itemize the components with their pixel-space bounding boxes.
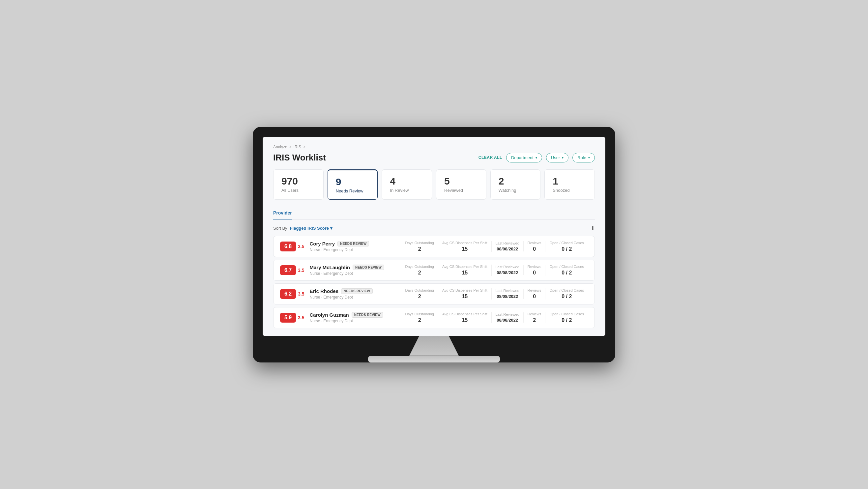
avgcs-val-1: 15 [442,246,487,252]
avgcs-val-2: 15 [442,270,487,276]
provider-name-4: Carolyn Guzman [309,312,349,318]
metric-avgcs-4: Avg CS Dispenses Per Shift 15 [438,312,492,323]
table-row[interactable]: 6.8 3.5 Cory Perry NEEDS REVIEW Nurse · … [273,236,595,257]
metric-openclosed-3: Open / Closed Cases 0 / 2 [546,288,588,300]
metric-avgcs-3: Avg CS Dispenses Per Shift 15 [438,288,492,300]
sort-chevron-icon: ▾ [330,226,333,231]
openclosed-val-2: 0 / 2 [549,270,584,276]
col-header-days-4: Days Outstanding [405,312,434,316]
provider-info-2: Mary McLaughlin NEEDS REVIEW Nurse · Eme… [309,265,396,276]
table-row[interactable]: 6.7 3.5 Mary McLaughlin NEEDS REVIEW Nur… [273,259,595,281]
role-chevron-icon: ▾ [588,156,590,159]
stat-card-watching[interactable]: 2 Watching [490,170,541,200]
tab-provider[interactable]: Provider [273,208,292,219]
stat-number-snoozed: 1 [553,176,587,186]
provider-name-3: Eric Rhodes [309,288,338,294]
col-header-openclosed-2: Open / Closed Cases [549,265,584,269]
metric-lastreview-4: Last Reviewed 08/08/2022 [492,312,524,323]
stat-number-in-review: 4 [390,176,424,186]
openclosed-val-4: 0 / 2 [549,317,584,323]
metric-lastreview-3: Last Reviewed 08/08/2022 [492,289,524,299]
provider-name-1: Cory Perry [309,241,335,246]
score-badges-4: 5.9 3.5 [280,313,304,323]
sort-value-text: Flagged IRIS Score [290,226,329,231]
col-header-lastreview: Last Reviewed [496,241,519,245]
days-val-2: 2 [405,270,434,276]
status-badge-3: NEEDS REVIEW [341,288,373,294]
breadcrumb: Analyze > IRIS > [273,145,595,149]
metric-openclosed-1: Open / Closed Cases 0 / 2 [546,241,588,252]
user-filter-button[interactable]: User ▾ [546,153,568,162]
download-button[interactable]: ⬇ [591,225,595,231]
reviews-val-3: 0 [528,294,541,300]
table-row[interactable]: 5.9 3.5 Carolyn Guzman NEEDS REVIEW Nurs… [273,307,595,328]
header-controls: CLEAR ALL Department ▾ User ▾ Role ▾ [478,153,595,162]
breadcrumb-iris[interactable]: IRIS [293,145,301,149]
stat-label-snoozed: Snoozed [553,188,587,193]
metric-reviews-4: Reviews 2 [524,312,546,323]
avgcs-val-3: 15 [442,294,487,300]
col-header-lastreview-3: Last Reviewed [496,289,519,293]
stat-card-reviewed[interactable]: 5 Reviewed [436,170,486,200]
provider-sub-3: Nurse · Emergency Dept [309,295,396,300]
stat-card-needs-review[interactable]: 9 Needs Review [328,170,378,200]
col-header-avgcs: Avg CS Dispenses Per Shift [442,241,487,245]
provider-info-1: Cory Perry NEEDS REVIEW Nurse · Emergenc… [309,241,396,252]
stats-row: 970 All Users 9 Needs Review 4 In Review… [273,170,595,200]
openclosed-val-3: 0 / 2 [549,294,584,300]
user-label: User [551,155,560,160]
provider-info-4: Carolyn Guzman NEEDS REVIEW Nurse · Emer… [309,312,396,323]
provider-info-3: Eric Rhodes NEEDS REVIEW Nurse · Emergen… [309,288,396,300]
provider-name-row-4: Carolyn Guzman NEEDS REVIEW [309,312,396,318]
breadcrumb-analyze[interactable]: Analyze [273,145,287,149]
page-header: IRIS Worklist CLEAR ALL Department ▾ Use… [273,153,595,163]
metric-days-4: Days Outstanding 2 [401,312,438,323]
download-icon: ⬇ [591,225,595,231]
monitor-outer: Analyze > IRIS > IRIS Worklist CLEAR ALL… [253,127,615,363]
stat-card-snoozed[interactable]: 1 Snoozed [545,170,595,200]
days-val-4: 2 [405,317,434,323]
provider-list: 6.8 3.5 Cory Perry NEEDS REVIEW Nurse · … [273,236,595,328]
stat-card-in-review[interactable]: 4 In Review [382,170,432,200]
score-secondary-4: 3.5 [298,315,304,320]
stat-card-all-users[interactable]: 970 All Users [273,170,323,200]
col-header-reviews-3: Reviews [528,288,541,292]
breadcrumb-sep2: > [303,145,306,149]
metric-last-reviewed-1: Last Reviewed 08/08/2022 [492,241,524,251]
reviews-val-2: 0 [528,270,541,276]
status-badge-4: NEEDS REVIEW [352,312,383,318]
metric-reviews-2: Reviews 0 [524,265,546,276]
role-label: Role [577,155,586,160]
score-secondary-1: 3.5 [298,244,304,249]
breadcrumb-sep1: > [289,145,292,149]
provider-name-row-3: Eric Rhodes NEEDS REVIEW [309,288,396,294]
stat-number-needs-review: 9 [336,176,370,187]
reviews-val-4: 2 [528,317,541,323]
reviews-val-1: 0 [528,246,541,252]
score-badges-1: 6.8 3.5 [280,242,304,251]
role-filter-button[interactable]: Role ▾ [572,153,595,162]
department-filter-button[interactable]: Department ▾ [506,153,542,162]
lastreview-val-2: 08/08/2022 [496,270,519,275]
score-secondary-3: 3.5 [298,291,304,297]
col-header-avgcs-4: Avg CS Dispenses Per Shift [442,312,487,316]
monitor-screen: Analyze > IRIS > IRIS Worklist CLEAR ALL… [262,137,606,336]
col-header-reviews-2: Reviews [528,265,541,269]
score-main-3: 6.2 [280,289,296,299]
table-row[interactable]: 6.2 3.5 Eric Rhodes NEEDS REVIEW Nurse ·… [273,283,595,304]
clear-all-button[interactable]: CLEAR ALL [478,155,502,160]
provider-sub-4: Nurse · Emergency Dept [309,318,396,323]
provider-metrics-3: Days Outstanding 2 Avg CS Dispenses Per … [401,288,588,300]
sort-value[interactable]: Flagged IRIS Score ▾ [290,226,333,231]
metric-avgcs-2: Avg CS Dispenses Per Shift 15 [438,265,492,276]
metric-days-outstanding-1: Days Outstanding 2 [401,241,438,252]
provider-sub-1: Nurse · Emergency Dept [309,247,396,252]
score-main-4: 5.9 [280,313,296,323]
app-container: Analyze > IRIS > IRIS Worklist CLEAR ALL… [262,137,606,336]
stat-label-in-review: In Review [390,188,424,193]
avgcs-val-4: 15 [442,317,487,323]
department-label: Department [511,155,533,160]
sort-row: Sort By Flagged IRIS Score ▾ ⬇ [273,225,595,231]
metric-reviews-3: Reviews 0 [524,288,546,300]
score-main-1: 6.8 [280,242,296,251]
